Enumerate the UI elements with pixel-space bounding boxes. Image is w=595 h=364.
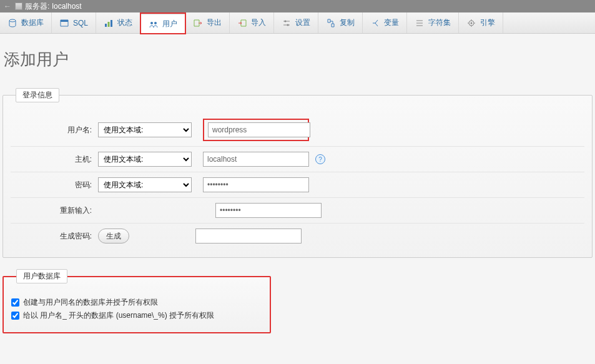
svg-rect-2	[61, 20, 68, 22]
replication-icon	[326, 18, 336, 28]
tab-import[interactable]: 导入	[230, 12, 274, 33]
password-label: 密码:	[11, 180, 98, 190]
page-title: 添加用户	[4, 49, 595, 71]
user-database-panel: 用户数据库 创建与用户同名的数据库并授予所有权限 给以 用户名_ 开头的数据库 …	[2, 269, 271, 333]
svg-rect-5	[111, 20, 112, 27]
settings-icon	[282, 18, 292, 28]
opt-prefix-db-checkbox[interactable]	[11, 312, 19, 320]
tab-variables[interactable]: 变量	[363, 12, 407, 33]
svg-point-7	[154, 22, 157, 24]
svg-rect-13	[332, 24, 334, 27]
username-input[interactable]	[208, 122, 310, 137]
generate-password-button[interactable]: 生成	[98, 229, 129, 243]
database-icon	[7, 18, 17, 28]
tab-settings[interactable]: 设置	[274, 12, 318, 33]
svg-point-11	[287, 24, 289, 26]
password-input[interactable]	[203, 177, 309, 192]
tab-engines-label: 引擎	[480, 17, 495, 28]
server-prefix: 服务器:	[25, 0, 49, 12]
opt-prefix-db-label: 给以 用户名_ 开头的数据库 (username\_%) 授予所有权限	[23, 310, 214, 321]
host-label: 主机:	[11, 154, 98, 165]
row-username: 用户名: 使用文本域:	[11, 114, 584, 146]
svg-rect-3	[105, 24, 107, 27]
row-password2: 重新输入:	[11, 197, 584, 223]
generated-password-output[interactable]	[195, 229, 302, 243]
tab-export[interactable]: 导出	[185, 12, 230, 33]
username-mode-select[interactable]: 使用文本域:	[98, 122, 192, 137]
svg-point-10	[285, 20, 287, 22]
username-label: 用户名:	[11, 125, 98, 135]
password2-input[interactable]	[215, 203, 322, 218]
status-icon	[104, 18, 114, 28]
breadcrumb-arrow-icon: ←	[4, 0, 11, 12]
svg-rect-4	[108, 22, 110, 27]
row-host: 主机: 使用文本域: ?	[11, 146, 584, 172]
svg-point-18	[471, 22, 473, 24]
row-genpass: 生成密码: 生成	[11, 223, 584, 248]
tab-engines[interactable]: 引擎	[459, 12, 503, 33]
genpass-label: 生成密码:	[11, 231, 98, 242]
opt-prefix-db[interactable]: 给以 用户名_ 开头的数据库 (username\_%) 授予所有权限	[11, 310, 262, 321]
tab-import-label: 导入	[251, 17, 266, 28]
engines-icon	[466, 18, 476, 28]
tab-charsets-label: 字符集	[428, 17, 451, 28]
opt-create-same-db-checkbox[interactable]	[11, 298, 19, 307]
tab-charsets[interactable]: 字符集	[407, 12, 459, 33]
opt-create-same-db-label: 创建与用户同名的数据库并授予所有权限	[23, 297, 158, 308]
sql-icon	[59, 18, 69, 28]
variables-icon	[370, 18, 380, 28]
login-info-legend: 登录信息	[16, 88, 59, 102]
host-mode-select[interactable]: 使用文本域:	[98, 152, 192, 167]
tab-database-label: 数据库	[21, 17, 44, 28]
charsets-icon	[415, 18, 425, 28]
host-input[interactable]	[203, 152, 309, 167]
server-icon	[15, 2, 22, 10]
tab-users[interactable]: 用户	[140, 13, 185, 34]
export-icon	[193, 18, 203, 28]
help-icon[interactable]: ?	[315, 154, 325, 164]
server-host: localhost	[52, 0, 81, 12]
password2-label: 重新输入:	[11, 205, 98, 216]
row-password: 密码: 使用文本域:	[11, 172, 584, 197]
tab-status-label: 状态	[117, 17, 132, 28]
user-database-legend: 用户数据库	[16, 269, 67, 283]
opt-create-same-db[interactable]: 创建与用户同名的数据库并授予所有权限	[11, 297, 262, 308]
tab-export-label: 导出	[207, 17, 222, 28]
tab-settings-label: 设置	[295, 17, 310, 28]
users-icon	[149, 19, 159, 29]
tab-sql-label: SQL	[73, 19, 88, 27]
password-mode-select[interactable]: 使用文本域:	[98, 177, 192, 192]
tab-replication-label: 复制	[340, 17, 355, 28]
top-tabs: 数据库 SQL 状态 用户 导出 导入 设置	[0, 12, 595, 34]
login-info-panel: 登录信息 用户名: 使用文本域: 主机: 使用文本域:	[2, 88, 593, 258]
svg-rect-12	[328, 19, 330, 22]
tab-users-label: 用户	[162, 19, 177, 29]
import-icon	[237, 18, 247, 28]
svg-rect-8	[194, 20, 199, 26]
tab-status[interactable]: 状态	[96, 12, 140, 33]
tab-replication[interactable]: 复制	[318, 12, 363, 33]
svg-point-0	[9, 19, 16, 22]
server-breadcrumb: ← 服务器: localhost	[0, 0, 595, 12]
tab-database[interactable]: 数据库	[0, 12, 52, 33]
tab-variables-label: 变量	[384, 17, 399, 28]
svg-point-6	[150, 22, 153, 24]
tab-sql[interactable]: SQL	[52, 12, 96, 33]
